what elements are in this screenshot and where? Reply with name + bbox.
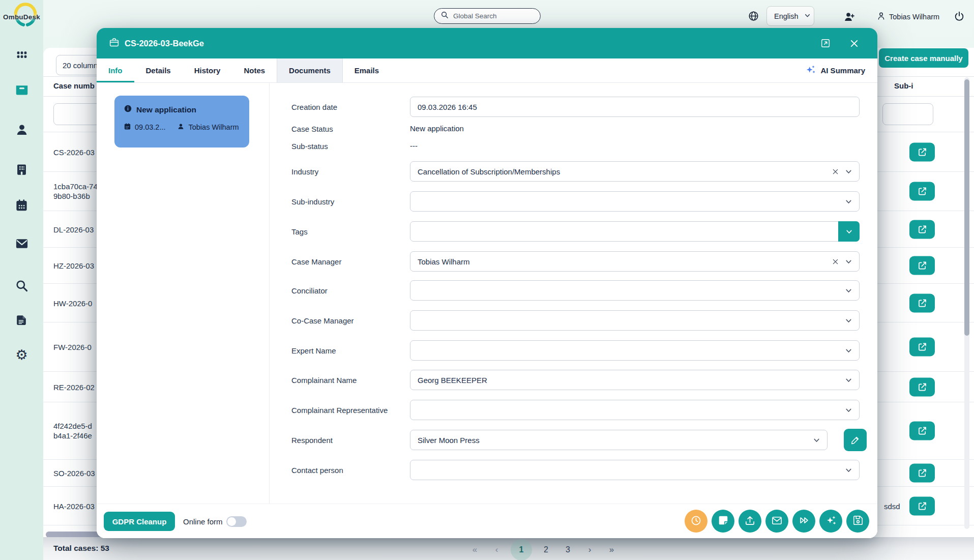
upload-button[interactable]: [739, 510, 761, 533]
open-case-button[interactable]: [909, 293, 935, 312]
page-1-button[interactable]: 1: [511, 539, 532, 560]
sidebar-item-mail[interactable]: [0, 237, 43, 252]
tags-dropdown-button[interactable]: [838, 221, 860, 242]
case-form: Creation dateCase StatusNew applicationS…: [97, 83, 877, 504]
sidebar-item-organizations[interactable]: [0, 163, 43, 178]
field-label: Sub-status: [291, 141, 328, 151]
open-case-button[interactable]: [909, 182, 935, 201]
sidebar-item-apps[interactable]: [0, 48, 43, 63]
col-case-number[interactable]: Case numb: [53, 81, 95, 90]
calendar-icon: [15, 198, 28, 214]
chevron-down-icon[interactable]: [844, 376, 853, 385]
sidebar-item-calendar[interactable]: [0, 198, 43, 214]
forward-button[interactable]: [792, 510, 815, 533]
chevron-down-icon[interactable]: [812, 436, 821, 445]
ai-summary-button[interactable]: AI Summary: [805, 58, 877, 82]
expand-modal-icon[interactable]: [820, 38, 831, 49]
case-number-cell: HW-2026-0: [53, 298, 92, 308]
clear-icon[interactable]: [832, 168, 839, 175]
field-control: [410, 221, 860, 242]
co-case-manager-select[interactable]: [410, 310, 860, 331]
tags-select[interactable]: [410, 221, 860, 242]
gear-icon: ⚙: [15, 348, 27, 362]
app-logo[interactable]: OmbuDesk: [3, 1, 49, 34]
first-page-button[interactable]: «: [467, 542, 483, 558]
open-case-button[interactable]: [909, 142, 935, 161]
last-page-button[interactable]: »: [604, 542, 619, 558]
ai-actions-button[interactable]: [819, 510, 842, 533]
conciliator-select[interactable]: [410, 280, 860, 301]
case-manager-select[interactable]: Tobias Wilharm: [410, 251, 860, 272]
clear-icon[interactable]: [832, 258, 839, 266]
person-icon: [876, 11, 886, 22]
global-search-input[interactable]: [453, 12, 543, 20]
sidebar-item-documents[interactable]: [0, 313, 43, 329]
open-case-button[interactable]: [909, 338, 935, 357]
field-control: Tobias Wilharm: [410, 251, 860, 272]
chevron-down-icon[interactable]: [844, 197, 853, 206]
chevron-down-icon[interactable]: [844, 346, 853, 355]
open-case-button[interactable]: [909, 464, 935, 483]
chevron-down-icon[interactable]: [844, 286, 853, 295]
tab-documents[interactable]: Documents: [277, 58, 343, 82]
note-button[interactable]: [712, 510, 734, 533]
open-case-button[interactable]: [909, 220, 935, 239]
open-case-button[interactable]: [909, 256, 935, 275]
pagination: « ‹ 1 2 3 › »: [467, 539, 619, 560]
edit-respondent-button[interactable]: [844, 429, 867, 451]
sidebar-item-contacts[interactable]: [0, 123, 43, 138]
save-icon: [852, 515, 864, 527]
industry-select[interactable]: Cancellation of Subscription/Memberships: [410, 161, 860, 182]
user-menu[interactable]: Tobias Wilharm: [876, 11, 939, 22]
page-2-button[interactable]: 2: [538, 542, 554, 558]
sidebar-item-settings[interactable]: ⚙: [0, 347, 43, 363]
complainant-name-select[interactable]: Georg BEEKEEPER: [410, 370, 860, 390]
save-button[interactable]: [846, 510, 869, 533]
tab-notes[interactable]: Notes: [232, 58, 277, 82]
table-footer: Total cases: 53 « ‹ 1 2 3 › »: [43, 537, 974, 560]
tab-info[interactable]: Info: [97, 58, 134, 82]
case-number-cell: 1cba70ca-74 9b80-b36b: [53, 182, 98, 201]
page-3-button[interactable]: 3: [560, 542, 576, 558]
tab-details[interactable]: Details: [134, 58, 183, 82]
tab-emails[interactable]: Emails: [343, 58, 391, 82]
globe-icon[interactable]: [748, 10, 759, 24]
person-add-icon[interactable]: [843, 11, 855, 25]
close-modal-icon[interactable]: [849, 39, 859, 48]
sidebar-item-cases[interactable]: [0, 83, 43, 99]
email-button[interactable]: [765, 510, 788, 533]
field-label: Co-Case Manager: [291, 310, 354, 331]
case-number-cell: DL-2026-03: [53, 224, 94, 234]
history-clock-button[interactable]: [685, 510, 707, 533]
open-case-button[interactable]: [909, 496, 935, 515]
gdpr-cleanup-button[interactable]: GDPR Cleanup: [104, 512, 175, 531]
tab-history[interactable]: History: [183, 58, 232, 82]
open-case-button[interactable]: [909, 422, 935, 440]
chevron-down-icon[interactable]: [844, 316, 853, 325]
building-icon: [15, 163, 28, 179]
contact-person-select[interactable]: [410, 460, 860, 480]
col-sub-industry[interactable]: Sub-i: [894, 81, 913, 90]
chevron-down-icon[interactable]: [844, 466, 853, 475]
chevron-down-icon[interactable]: [844, 167, 853, 176]
next-page-button[interactable]: ›: [582, 542, 598, 558]
complainant-representative-select[interactable]: [410, 400, 860, 420]
online-form-label: Online form: [183, 504, 223, 538]
sub-industry-select[interactable]: [410, 191, 860, 212]
create-case-button[interactable]: Create case manually: [879, 48, 968, 68]
prev-page-button[interactable]: ‹: [489, 542, 505, 558]
creation-date-input[interactable]: [410, 97, 860, 117]
language-select[interactable]: English: [766, 6, 814, 26]
open-case-button[interactable]: [909, 377, 935, 396]
online-form-toggle[interactable]: [226, 516, 247, 527]
mail-icon: [15, 237, 29, 253]
expert-name-select[interactable]: [410, 340, 860, 361]
sidebar-item-search[interactable]: [0, 279, 43, 294]
global-search[interactable]: [434, 8, 541, 24]
vertical-scrollbar[interactable]: [964, 79, 969, 336]
chevron-down-icon[interactable]: [844, 406, 853, 415]
respondent-select[interactable]: Silver Moon Press: [410, 430, 828, 450]
chevron-down-icon[interactable]: [844, 257, 853, 266]
sub-industry-filter-input[interactable]: [882, 103, 933, 125]
power-icon[interactable]: [954, 11, 965, 24]
